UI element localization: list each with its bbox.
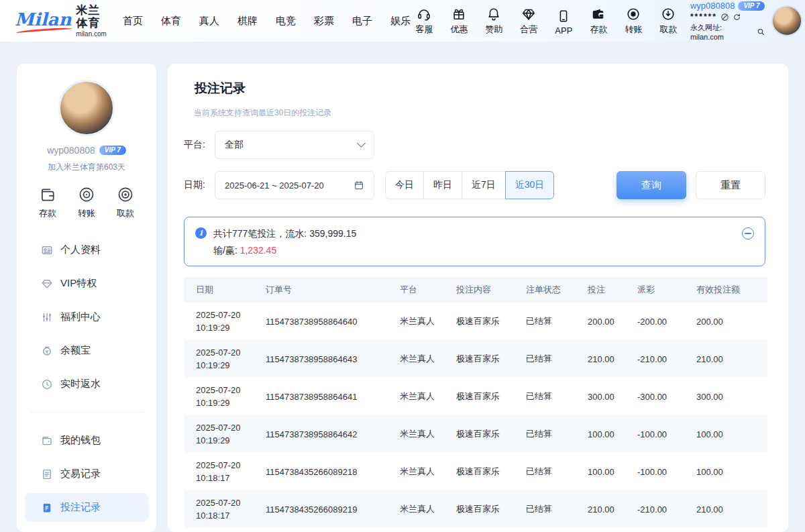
cell-platform: 米兰真人 [393, 490, 449, 528]
username[interactable]: wyp080808 [690, 1, 735, 11]
cell-time: 10:18:17 [196, 511, 252, 521]
sidebar-item-vip[interactable]: VIP特权 [25, 269, 148, 298]
cell-payout: -210.00 [631, 340, 690, 378]
table-row: 2025-07-20 10:18:17 1154738435266089219 … [184, 490, 767, 528]
headset-icon [417, 6, 431, 21]
quick-link-promotions[interactable]: 优惠 [445, 6, 473, 36]
profile-avatar[interactable] [58, 80, 115, 136]
main-content: 投注记录 当前系统支持查询最近30日的投注记录 平台: 全部 日期: 2025-… [168, 64, 788, 532]
top-header: Milan 米兰体育 milan.com 首页体育真人棋牌电竞彩票电子娱乐 客服… [0, 0, 805, 42]
sidebar-item-label: 实时返水 [60, 378, 101, 390]
refresh-icon[interactable] [733, 13, 741, 21]
cell-date: 2025-07-20 [196, 498, 252, 508]
date-range-input[interactable]: 2025-06-21 ~ 2025-07-20 [215, 171, 374, 199]
cell-payout: -210.00 [631, 490, 690, 528]
page-subtitle: 当前系统支持查询最近30日的投注记录 [194, 107, 765, 119]
cell-time: 10:19:29 [196, 435, 252, 445]
wallet-icon [41, 435, 53, 447]
nav-item[interactable]: 真人 [199, 15, 219, 28]
quick-link-support[interactable]: 客服 [411, 6, 438, 36]
quick-link-label: 存款 [590, 23, 607, 36]
profile-join-text: 加入米兰体育第603天 [48, 162, 125, 173]
quick-link-deposit[interactable]: 存款 [585, 6, 612, 36]
nav-item[interactable]: 电子 [352, 15, 372, 28]
platform-filter-row: 平台: 全部 [182, 131, 765, 159]
transfer-circles-icon [78, 186, 95, 203]
table-header-cell: 派彩 [631, 277, 690, 303]
diamond-icon [521, 6, 536, 21]
avatar[interactable] [771, 5, 802, 36]
platform-label: 平台: [184, 139, 215, 151]
date-range-value: 2025-06-21 ~ 2025-07-20 [225, 180, 354, 191]
bet-records-doc-icon [41, 502, 53, 514]
collapse-icon[interactable] [742, 227, 754, 240]
sidebar-item-profile-info[interactable]: 个人资料 [25, 235, 148, 264]
sidebar-item-yuebao[interactable]: 余额宝 [25, 336, 148, 365]
main-nav: 首页体育真人棋牌电竞彩票电子娱乐 [123, 15, 411, 28]
page-body: wyp080808 VIP 7 加入米兰体育第603天 存款 转账 [0, 42, 805, 532]
site-logo[interactable]: Milan 米兰体育 milan.com [15, 4, 107, 38]
query-button[interactable]: 查询 [616, 171, 686, 199]
cell-datetime: 2025-07-20 10:19:29 [184, 303, 259, 340]
cell-datetime: 2025-07-20 10:19:29 [184, 415, 259, 453]
range-button-today[interactable]: 今日 [385, 171, 424, 199]
cell-bet-content: 极速百家乐 [449, 490, 519, 528]
header-user-box: wyp080808 VIP 7 ****** 永久网址: milan.com [690, 1, 765, 41]
sidebar-action-withdraw[interactable]: 取款 [117, 186, 134, 219]
quick-link-withdraw[interactable]: 取款 [655, 6, 682, 36]
sidebar-action-deposit[interactable]: 存款 [39, 186, 56, 219]
table-header-cell: 日期 [184, 277, 259, 303]
table-header-cell: 平台 [393, 277, 449, 303]
quick-link-partner[interactable]: 合营 [515, 6, 543, 36]
cell-payout: -300.00 [631, 378, 690, 415]
reset-button[interactable]: 重置 [696, 171, 765, 199]
sidebar-item-bet-records[interactable]: 投注记录 [25, 493, 148, 522]
sidebar-item-welfare[interactable]: 福利中心 [25, 303, 148, 331]
cell-date: 2025-07-20 [196, 310, 252, 320]
sidebar-item-wallet[interactable]: 我的钱包 [25, 426, 148, 455]
platform-select[interactable]: 全部 [215, 131, 374, 159]
nav-item[interactable]: 棋牌 [237, 15, 258, 28]
gem-icon [41, 278, 53, 290]
sidebar: wyp080808 VIP 7 加入米兰体育第603天 存款 转账 [17, 64, 156, 532]
eye-off-icon[interactable] [720, 13, 729, 21]
cell-order-no: 1154738738958864643 [259, 340, 393, 378]
nav-item[interactable]: 彩票 [314, 15, 334, 28]
cell-datetime: 2025-07-20 10:19:29 [184, 378, 259, 415]
nav-item[interactable]: 电竞 [276, 15, 296, 28]
range-button-7days[interactable]: 近7日 [462, 171, 506, 199]
sidebar-item-label: 我的钱包 [60, 434, 101, 447]
cell-bet-content: 极速百家乐 [449, 340, 519, 378]
sidebar-item-label: 余额宝 [60, 344, 91, 357]
sidebar-item-transactions[interactable]: 交易记录 [25, 460, 148, 488]
range-button-30days[interactable]: 近30日 [505, 171, 555, 199]
magnifier-icon[interactable] [757, 28, 765, 36]
cell-order-no: 1154738738958864641 [259, 378, 393, 415]
cell-order-no: 1154738738958864642 [259, 415, 393, 453]
quick-link-transfer[interactable]: 转账 [620, 6, 647, 36]
sidebar-action-label: 存款 [39, 207, 56, 219]
cell-datetime: 2025-07-20 10:18:17 [184, 453, 259, 490]
cell-valid-bet: 300.00 [690, 378, 767, 415]
cell-bet-amount: 210.00 [581, 340, 631, 378]
quick-link-app[interactable]: APP [550, 6, 578, 36]
sidebar-item-label: VIP特权 [60, 277, 97, 290]
range-button-yesterday[interactable]: 昨日 [423, 171, 462, 199]
sidebar-action-transfer[interactable]: 转账 [78, 186, 95, 219]
quick-link-label: APP [555, 25, 572, 36]
chevron-down-icon [357, 139, 366, 148]
quick-link-label: 客服 [415, 23, 433, 36]
platform-select-value: 全部 [225, 139, 358, 151]
nav-item[interactable]: 体育 [161, 15, 181, 28]
sidebar-profile: wyp080808 VIP 7 加入米兰体育第603天 存款 转账 [25, 80, 148, 219]
cell-payout: -200.00 [631, 303, 690, 340]
permanent-url-text: 永久网址: milan.com [690, 23, 755, 41]
nav-item[interactable]: 首页 [123, 15, 143, 28]
cell-platform: 米兰真人 [393, 303, 449, 340]
cell-status: 已结算 [519, 490, 581, 528]
sidebar-item-rebate[interactable]: 实时返水 [25, 370, 148, 398]
quick-link-sponsor[interactable]: 赞助 [480, 6, 508, 36]
nav-item[interactable]: 娱乐 [390, 15, 411, 28]
gift-icon [451, 6, 466, 21]
quick-link-label: 取款 [659, 23, 677, 36]
